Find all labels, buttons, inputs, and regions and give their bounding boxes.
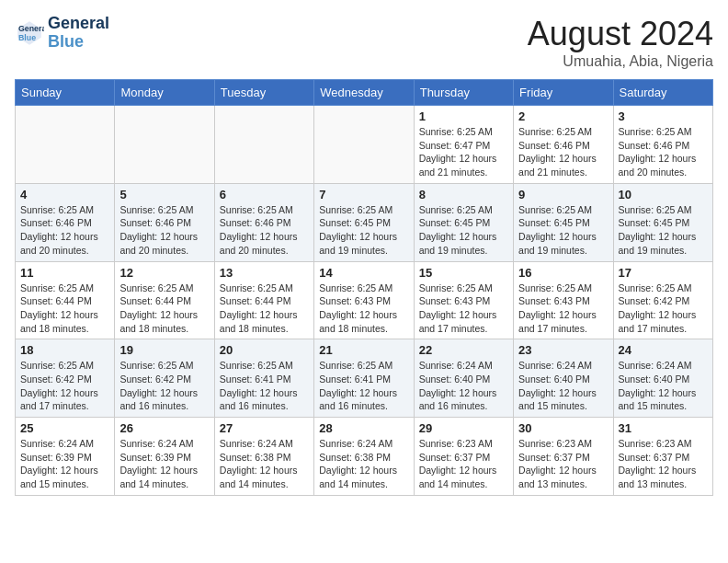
calendar-week-row: 25Sunrise: 6:24 AM Sunset: 6:39 PM Dayli… <box>16 418 713 496</box>
calendar-day-cell: 1Sunrise: 6:25 AM Sunset: 6:47 PM Daylig… <box>414 106 513 184</box>
day-info: Sunrise: 6:25 AM Sunset: 6:43 PM Dayligh… <box>319 282 408 336</box>
calendar-day-cell: 5Sunrise: 6:25 AM Sunset: 6:46 PM Daylig… <box>115 183 214 261</box>
calendar-day-cell: 28Sunrise: 6:24 AM Sunset: 6:38 PM Dayli… <box>314 418 414 496</box>
day-number: 10 <box>619 188 708 201</box>
calendar-day-cell <box>16 106 115 184</box>
calendar-day-cell: 3Sunrise: 6:25 AM Sunset: 6:46 PM Daylig… <box>613 106 712 184</box>
logo-text: General Blue <box>48 15 109 52</box>
calendar-day-cell: 24Sunrise: 6:24 AM Sunset: 6:40 PM Dayli… <box>613 339 712 418</box>
day-info: Sunrise: 6:25 AM Sunset: 6:46 PM Dayligh… <box>119 203 209 258</box>
calendar-day-cell: 21Sunrise: 6:25 AM Sunset: 6:41 PM Dayli… <box>314 339 414 418</box>
day-number: 24 <box>619 343 708 357</box>
calendar-day-cell: 14Sunrise: 6:25 AM Sunset: 6:43 PM Dayli… <box>314 261 414 339</box>
day-number: 8 <box>419 188 508 201</box>
calendar-day-cell: 25Sunrise: 6:24 AM Sunset: 6:39 PM Dayli… <box>16 418 115 496</box>
day-number: 4 <box>20 188 109 201</box>
day-number: 9 <box>518 188 608 201</box>
day-number: 5 <box>119 188 209 201</box>
calendar-day-cell: 7Sunrise: 6:25 AM Sunset: 6:45 PM Daylig… <box>314 183 414 261</box>
day-number: 1 <box>419 109 508 123</box>
day-info: Sunrise: 6:25 AM Sunset: 6:47 PM Dayligh… <box>419 125 508 179</box>
day-info: Sunrise: 6:25 AM Sunset: 6:43 PM Dayligh… <box>518 282 608 336</box>
day-number: 21 <box>319 343 408 357</box>
day-of-week-header: Tuesday <box>214 80 313 106</box>
day-info: Sunrise: 6:25 AM Sunset: 6:41 PM Dayligh… <box>319 359 408 413</box>
day-info: Sunrise: 6:25 AM Sunset: 6:42 PM Dayligh… <box>619 282 708 336</box>
calendar-day-cell: 6Sunrise: 6:25 AM Sunset: 6:46 PM Daylig… <box>214 183 313 261</box>
day-of-week-header: Thursday <box>414 80 513 106</box>
day-info: Sunrise: 6:25 AM Sunset: 6:45 PM Dayligh… <box>419 203 508 258</box>
calendar-week-row: 18Sunrise: 6:25 AM Sunset: 6:42 PM Dayli… <box>16 339 713 418</box>
day-of-week-header: Wednesday <box>314 80 414 106</box>
day-info: Sunrise: 6:24 AM Sunset: 6:40 PM Dayligh… <box>619 359 708 413</box>
day-number: 27 <box>220 421 309 435</box>
calendar-week-row: 11Sunrise: 6:25 AM Sunset: 6:44 PM Dayli… <box>16 261 713 339</box>
calendar-day-cell: 19Sunrise: 6:25 AM Sunset: 6:42 PM Dayli… <box>115 339 214 418</box>
day-number: 15 <box>419 266 508 280</box>
day-info: Sunrise: 6:24 AM Sunset: 6:40 PM Dayligh… <box>419 359 508 413</box>
day-number: 25 <box>20 421 109 435</box>
day-info: Sunrise: 6:25 AM Sunset: 6:46 PM Dayligh… <box>518 125 608 179</box>
day-number: 22 <box>419 343 508 357</box>
day-info: Sunrise: 6:23 AM Sunset: 6:37 PM Dayligh… <box>518 437 608 491</box>
day-info: Sunrise: 6:25 AM Sunset: 6:44 PM Dayligh… <box>119 282 209 336</box>
day-number: 16 <box>518 266 608 280</box>
day-number: 28 <box>319 421 408 435</box>
day-info: Sunrise: 6:25 AM Sunset: 6:44 PM Dayligh… <box>220 282 309 336</box>
day-of-week-header: Sunday <box>16 80 115 106</box>
calendar-day-cell: 18Sunrise: 6:25 AM Sunset: 6:42 PM Dayli… <box>16 339 115 418</box>
calendar-day-cell: 15Sunrise: 6:25 AM Sunset: 6:43 PM Dayli… <box>414 261 513 339</box>
day-info: Sunrise: 6:25 AM Sunset: 6:45 PM Dayligh… <box>619 203 708 258</box>
day-info: Sunrise: 6:25 AM Sunset: 6:43 PM Dayligh… <box>419 282 508 336</box>
svg-text:General: General <box>18 24 44 33</box>
logo-line1: General <box>48 15 109 33</box>
calendar-day-cell <box>214 106 313 184</box>
day-number: 17 <box>619 266 708 280</box>
day-info: Sunrise: 6:23 AM Sunset: 6:37 PM Dayligh… <box>619 437 708 491</box>
day-number: 12 <box>119 266 209 280</box>
day-info: Sunrise: 6:25 AM Sunset: 6:46 PM Dayligh… <box>220 203 309 258</box>
calendar-week-row: 1Sunrise: 6:25 AM Sunset: 6:47 PM Daylig… <box>16 106 713 184</box>
calendar-day-cell: 4Sunrise: 6:25 AM Sunset: 6:46 PM Daylig… <box>16 183 115 261</box>
day-number: 26 <box>119 421 209 435</box>
logo-line2: Blue <box>48 32 84 51</box>
calendar-day-cell: 27Sunrise: 6:24 AM Sunset: 6:38 PM Dayli… <box>214 418 313 496</box>
calendar-day-cell: 9Sunrise: 6:25 AM Sunset: 6:45 PM Daylig… <box>514 183 613 261</box>
day-info: Sunrise: 6:24 AM Sunset: 6:38 PM Dayligh… <box>220 437 309 491</box>
calendar-day-cell: 12Sunrise: 6:25 AM Sunset: 6:44 PM Dayli… <box>115 261 214 339</box>
day-info: Sunrise: 6:25 AM Sunset: 6:46 PM Dayligh… <box>619 125 708 179</box>
calendar-day-cell: 11Sunrise: 6:25 AM Sunset: 6:44 PM Dayli… <box>16 261 115 339</box>
logo-icon: General Blue <box>15 18 44 48</box>
day-info: Sunrise: 6:25 AM Sunset: 6:46 PM Dayligh… <box>20 203 109 258</box>
day-number: 3 <box>619 109 708 123</box>
day-number: 18 <box>20 343 109 357</box>
calendar-day-cell: 13Sunrise: 6:25 AM Sunset: 6:44 PM Dayli… <box>214 261 313 339</box>
logo: General Blue General Blue <box>15 15 109 52</box>
day-info: Sunrise: 6:24 AM Sunset: 6:38 PM Dayligh… <box>319 437 408 491</box>
day-number: 20 <box>220 343 309 357</box>
calendar-day-cell <box>115 106 214 184</box>
calendar-day-cell <box>314 106 414 184</box>
calendar-day-cell: 29Sunrise: 6:23 AM Sunset: 6:37 PM Dayli… <box>414 418 513 496</box>
day-number: 7 <box>319 188 408 201</box>
calendar-day-cell: 17Sunrise: 6:25 AM Sunset: 6:42 PM Dayli… <box>613 261 712 339</box>
calendar-table: SundayMondayTuesdayWednesdayThursdayFrid… <box>15 79 713 496</box>
calendar-week-row: 4Sunrise: 6:25 AM Sunset: 6:46 PM Daylig… <box>16 183 713 261</box>
calendar-day-cell: 8Sunrise: 6:25 AM Sunset: 6:45 PM Daylig… <box>414 183 513 261</box>
calendar-day-cell: 16Sunrise: 6:25 AM Sunset: 6:43 PM Dayli… <box>514 261 613 339</box>
day-number: 31 <box>619 421 708 435</box>
day-info: Sunrise: 6:23 AM Sunset: 6:37 PM Dayligh… <box>419 437 508 491</box>
calendar-day-cell: 10Sunrise: 6:25 AM Sunset: 6:45 PM Dayli… <box>613 183 712 261</box>
svg-text:Blue: Blue <box>18 33 36 42</box>
day-info: Sunrise: 6:25 AM Sunset: 6:45 PM Dayligh… <box>518 203 608 258</box>
calendar-day-cell: 2Sunrise: 6:25 AM Sunset: 6:46 PM Daylig… <box>514 106 613 184</box>
day-number: 2 <box>518 109 608 123</box>
day-info: Sunrise: 6:25 AM Sunset: 6:42 PM Dayligh… <box>20 359 109 413</box>
day-number: 29 <box>419 421 508 435</box>
title-block: August 2024 Umuahia, Abia, Nigeria <box>528 15 713 70</box>
calendar-header-row: SundayMondayTuesdayWednesdayThursdayFrid… <box>16 80 713 106</box>
day-info: Sunrise: 6:25 AM Sunset: 6:45 PM Dayligh… <box>319 203 408 258</box>
day-info: Sunrise: 6:25 AM Sunset: 6:42 PM Dayligh… <box>119 359 209 413</box>
day-of-week-header: Monday <box>115 80 214 106</box>
day-number: 13 <box>220 266 309 280</box>
